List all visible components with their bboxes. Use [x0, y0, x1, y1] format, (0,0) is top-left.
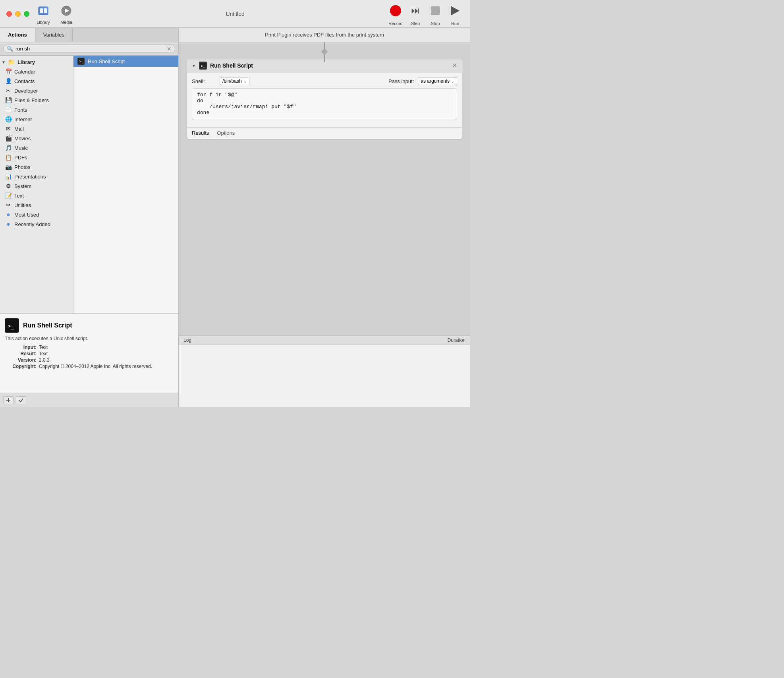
- media-button[interactable]: Media: [59, 3, 74, 25]
- search-input[interactable]: [15, 46, 164, 52]
- search-bar: 🔍 ✕: [0, 42, 178, 56]
- sidebar-item-photos[interactable]: 📷 Photos: [0, 162, 73, 172]
- library-button[interactable]: Library: [36, 3, 51, 25]
- library-folder-icon: 📁: [8, 58, 15, 66]
- sidebar-label-text: Text: [14, 193, 24, 199]
- sidebar-library-label: Library: [17, 59, 35, 65]
- log-col-log: Log: [183, 337, 434, 343]
- sidebar-item-internet[interactable]: 🌐 Internet: [0, 114, 73, 124]
- shell-field-row: Shell: /bin/bash ⌄ Pass input: as argume…: [192, 77, 457, 85]
- run-button[interactable]: Run: [446, 2, 464, 26]
- tab-bar: Actions Variables: [0, 28, 178, 42]
- tab-actions[interactable]: Actions: [0, 28, 35, 42]
- sidebar-item-utilities[interactable]: ✂ Utilities: [0, 200, 73, 210]
- log-col-duration: Duration: [434, 337, 465, 343]
- info-row-input: Input: Text: [5, 345, 174, 350]
- sidebar: ▼ 📁 Library 📅 Calendar 👤 Contacts ✂ Deve…: [0, 56, 73, 313]
- close-button[interactable]: [6, 11, 12, 17]
- sidebar-item-files-folders[interactable]: 💾 Files & Folders: [0, 95, 73, 105]
- info-copyright-value: Copyright © 2004–2012 Apple Inc. All rig…: [39, 364, 152, 369]
- action-card-close-button[interactable]: ✕: [452, 62, 457, 69]
- action-list: >_ Run Shell Script: [73, 56, 178, 313]
- text-icon: 📝: [5, 192, 12, 199]
- step-label: Step: [411, 21, 420, 26]
- sidebar-item-contacts[interactable]: 👤 Contacts: [0, 76, 73, 86]
- sidebar-item-text[interactable]: 📝 Text: [0, 191, 73, 200]
- connector: [179, 42, 470, 58]
- sidebar-item-music[interactable]: 🎵 Music: [0, 143, 73, 153]
- collapse-icon: ▼: [2, 60, 6, 64]
- add-button[interactable]: [3, 396, 14, 404]
- left-panel: Actions Variables 🔍 ✕ ▼ 📁 Library: [0, 28, 179, 407]
- record-button[interactable]: Record: [387, 2, 404, 26]
- files-folders-icon: 💾: [5, 97, 12, 104]
- sidebar-item-most-used[interactable]: ● Most Used: [0, 210, 73, 219]
- svg-rect-1: [40, 8, 43, 13]
- sidebar-label-utilities: Utilities: [14, 202, 31, 208]
- sidebar-label-recently-added: Recently Added: [14, 221, 50, 227]
- contacts-icon: 👤: [5, 77, 12, 85]
- top-info-text: Print Plugin receives PDF files from the…: [265, 32, 384, 38]
- shell-label: Shell:: [192, 78, 216, 84]
- card-collapse-icon[interactable]: ▼: [192, 64, 196, 68]
- action-card-title-text: Run Shell Script: [210, 62, 253, 69]
- sidebar-label-files-folders: Files & Folders: [14, 97, 49, 103]
- info-version-label: Version:: [5, 357, 37, 363]
- sidebar-label-photos: Photos: [14, 164, 30, 170]
- search-clear-button[interactable]: ✕: [167, 46, 172, 52]
- log-header: Log Duration: [179, 336, 470, 345]
- action-item-icon: >_: [77, 58, 85, 65]
- shell-select[interactable]: /bin/bash ⌄: [220, 77, 249, 85]
- sidebar-item-pdfs[interactable]: 📋 PDFs: [0, 153, 73, 162]
- info-result-label: Result:: [5, 351, 37, 356]
- tab-results[interactable]: Results: [192, 130, 209, 137]
- internet-icon: 🌐: [5, 116, 12, 123]
- sidebar-item-developer[interactable]: ✂ Developer: [0, 86, 73, 95]
- action-card-icon: >_: [199, 62, 207, 70]
- sidebar-item-calendar[interactable]: 📅 Calendar: [0, 67, 73, 76]
- info-panel-title: Run Shell Script: [23, 322, 72, 329]
- title-bar: Library Media Untitled Record ⏭: [0, 0, 470, 28]
- code-editor[interactable]: for f in "$@" do /Users/javier/rmapi put…: [192, 88, 457, 120]
- stop-button[interactable]: Stop: [427, 2, 444, 26]
- step-icon: ⏭: [411, 6, 420, 16]
- sidebar-label-calendar: Calendar: [14, 69, 35, 75]
- system-icon: ⚙: [5, 182, 12, 190]
- traffic-lights: [6, 11, 29, 17]
- developer-icon: ✂: [5, 87, 12, 94]
- sidebar-item-mail[interactable]: ✉ Mail: [0, 124, 73, 134]
- tab-variables[interactable]: Variables: [35, 28, 73, 42]
- movies-icon: 🎬: [5, 135, 12, 142]
- info-row-version: Version: 2.0.3: [5, 357, 174, 363]
- svg-text:>_: >_: [201, 64, 205, 68]
- action-card-tabs: Results Options: [187, 127, 462, 139]
- sidebar-item-fonts[interactable]: 📄 Fonts: [0, 105, 73, 114]
- sidebar-library-header[interactable]: ▼ 📁 Library: [0, 57, 73, 67]
- sidebar-item-system[interactable]: ⚙ System: [0, 181, 73, 191]
- library-label: Library: [37, 20, 50, 25]
- sidebar-label-movies: Movies: [14, 136, 31, 141]
- split-panel: ▼ 📁 Library 📅 Calendar 👤 Contacts ✂ Deve…: [0, 56, 178, 313]
- check-button[interactable]: [16, 396, 26, 404]
- sidebar-item-movies[interactable]: 🎬 Movies: [0, 134, 73, 143]
- pdfs-icon: 📋: [5, 154, 12, 161]
- info-row-copyright: Copyright: Copyright © 2004–2012 Apple I…: [5, 364, 174, 369]
- search-icon: 🔍: [7, 46, 13, 52]
- step-button[interactable]: ⏭ Step: [407, 2, 424, 26]
- fullscreen-button[interactable]: [24, 11, 29, 17]
- tab-options[interactable]: Options: [217, 130, 235, 137]
- action-card-body: Shell: /bin/bash ⌄ Pass input: as argume…: [187, 73, 462, 127]
- sidebar-item-recently-added[interactable]: ● Recently Added: [0, 219, 73, 229]
- calendar-icon: 📅: [5, 68, 12, 75]
- sidebar-item-presentations[interactable]: 📊 Presentations: [0, 172, 73, 181]
- pass-input-select[interactable]: as arguments ⌄: [418, 77, 457, 85]
- toolbar-icons: Library Media: [36, 3, 74, 25]
- svg-rect-2: [44, 8, 47, 13]
- info-description: This action executes a Unix shell script…: [5, 336, 174, 341]
- run-icon: [451, 6, 460, 15]
- minimize-button[interactable]: [15, 11, 21, 17]
- action-item-run-shell-script[interactable]: >_ Run Shell Script: [73, 56, 178, 67]
- sidebar-label-presentations: Presentations: [14, 174, 46, 180]
- sidebar-label-internet: Internet: [14, 116, 32, 122]
- record-icon: [390, 5, 401, 16]
